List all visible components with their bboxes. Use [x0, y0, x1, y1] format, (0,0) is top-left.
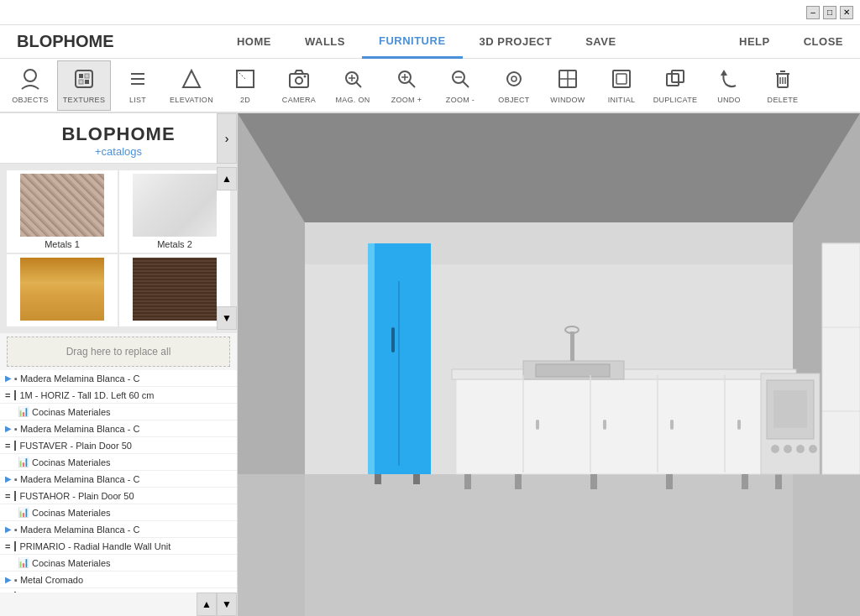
list-item[interactable]: = PRIMARIO - Radial Handle Wall Unit	[0, 538, 237, 555]
bar-icon: 📊	[18, 406, 29, 417]
grid-scroll-down[interactable]: ▼	[217, 306, 237, 330]
tool-elevation[interactable]: ELEVATION	[165, 60, 218, 111]
svg-rect-79	[773, 390, 807, 428]
tool-window[interactable]: WINDOW	[541, 60, 595, 111]
tool-textures[interactable]: TEXTURES	[57, 60, 111, 111]
tool-objects[interactable]: OBJECTS	[3, 60, 57, 111]
svg-rect-60	[536, 364, 610, 377]
svg-rect-33	[616, 74, 627, 84]
list-item[interactable]: 📊 Cocinas Materiales	[0, 454, 237, 471]
texture-metals1[interactable]: Metals 1	[7, 170, 118, 253]
tool-2d[interactable]: 2D	[218, 60, 272, 111]
list-item[interactable]: = FUSTAHOR - Plain Door 50	[0, 488, 237, 504]
object-icon	[502, 67, 526, 94]
list-scroll-down-button[interactable]: ▼	[217, 593, 237, 616]
svg-rect-56	[413, 474, 420, 484]
svg-rect-55	[375, 474, 381, 484]
title-bar: – □ ✕	[0, 0, 860, 25]
nav-home[interactable]: HOME	[220, 25, 288, 59]
nav-walls[interactable]: WALLS	[288, 25, 362, 59]
drag-replace-area[interactable]: Drag here to replace all	[7, 337, 230, 367]
list-item[interactable]: ▶ ▪ Madera Melamina Blanca - C	[0, 521, 237, 538]
list-item[interactable]: = 1M - HORIZ - Tall 1D. Left 60 cm	[0, 387, 237, 404]
list-item[interactable]: 📊 Cocinas Materiales	[0, 504, 237, 521]
tool-initial[interactable]: INITIAL	[595, 60, 648, 111]
tool-mag-on[interactable]: MAG. ON	[326, 60, 380, 111]
svg-rect-73	[590, 474, 597, 489]
svg-rect-67	[536, 420, 539, 430]
catalogs-button[interactable]: +catalogs	[0, 145, 237, 158]
camera-icon	[287, 67, 311, 94]
list-item[interactable]: ▶ ▪ Madera Melamina Blanca - C	[0, 370, 237, 387]
svg-line-12	[237, 70, 245, 79]
svg-rect-43	[238, 113, 860, 222]
play-icon: ▶	[5, 474, 12, 483]
tool-zoom-plus[interactable]: ZOOM +	[380, 60, 433, 111]
nav-furniture[interactable]: FURNITURE	[362, 25, 463, 59]
play-icon: ▶	[5, 525, 12, 534]
svg-rect-4	[79, 80, 83, 84]
play-icon: ▶	[5, 424, 12, 433]
cube-icon: ▪	[14, 373, 18, 384]
list-item[interactable]: ▶ ▪ Madera Melamina Blanca - C	[0, 420, 237, 437]
svg-marker-48	[238, 474, 860, 616]
3d-viewport[interactable]	[238, 113, 860, 616]
left-panel: BLOPHOME +catalogs › Metals 1 Metals 2	[0, 113, 238, 616]
grid-scroll-up[interactable]: ▲	[217, 167, 237, 191]
separator-icon: =	[5, 491, 10, 501]
texture-grid: Metals 1 Metals 2 ▲ ▼	[0, 164, 237, 333]
nav-save[interactable]: SAVE	[569, 25, 632, 59]
svg-marker-50	[793, 474, 860, 616]
list-item[interactable]: ▶ ▪ Madera Melamina Blanca - C	[0, 471, 237, 488]
tool-delete[interactable]: DELETE	[756, 60, 810, 111]
play-icon: ▶	[5, 373, 12, 383]
app-logo: BLOPHOME	[0, 32, 131, 51]
delete-icon	[771, 67, 794, 94]
tool-camera[interactable]: CAMERA	[272, 60, 326, 111]
duplicate-icon	[663, 67, 687, 94]
svg-point-14	[296, 77, 302, 84]
svg-rect-61	[570, 331, 574, 361]
tool-object[interactable]: OBJECT	[487, 60, 541, 111]
svg-rect-84	[822, 243, 860, 474]
nav-close[interactable]: CLOSE	[787, 25, 860, 59]
svg-rect-72	[515, 474, 522, 489]
nav-items: HOME WALLS FURNITURE 3D PROJECT SAVE	[131, 25, 722, 59]
svg-rect-71	[464, 474, 471, 489]
minimize-button[interactable]: –	[806, 6, 820, 19]
svg-rect-70	[737, 420, 741, 430]
texture-dark1[interactable]	[119, 254, 230, 326]
list-scroll-up-button[interactable]: ▲	[197, 593, 217, 616]
list-item[interactable]: ▶ ▪ Metal Cromado	[0, 572, 237, 588]
list-item[interactable]: = FUSTAVER - Plain Door 50	[0, 437, 237, 454]
list-item[interactable]: 📊 Cocinas Materiales	[0, 555, 237, 572]
svg-rect-2	[79, 74, 83, 78]
tool-zoom-minus[interactable]: ZOOM -	[433, 60, 487, 111]
list-icon	[126, 67, 149, 94]
nav-3dproject[interactable]: 3D PROJECT	[463, 25, 569, 59]
mag-on-icon	[341, 67, 364, 94]
tool-duplicate[interactable]: DUPLICATE	[648, 60, 702, 111]
initial-icon	[610, 67, 633, 94]
svg-point-81	[784, 445, 792, 453]
svg-rect-76	[775, 474, 782, 489]
close-window-button[interactable]: ✕	[840, 6, 853, 19]
nav-help[interactable]: HELP	[722, 25, 787, 59]
navbar: BLOPHOME HOME WALLS FURNITURE 3D PROJECT…	[0, 25, 860, 59]
cube-icon: ▪	[14, 424, 18, 434]
svg-rect-75	[742, 474, 748, 489]
panel-expand-button[interactable]: ›	[217, 113, 237, 164]
texture-metals2[interactable]: Metals 2	[119, 170, 230, 253]
svg-point-28	[511, 76, 517, 81]
svg-rect-74	[666, 474, 673, 489]
textures-icon	[72, 67, 96, 94]
texture-label-metals2: Metals 2	[157, 239, 192, 249]
maximize-button[interactable]: □	[823, 6, 836, 19]
texture-wood1[interactable]	[7, 254, 118, 326]
tool-list[interactable]: LIST	[111, 60, 165, 111]
list-item[interactable]: 📊 Cocinas Materiales	[0, 404, 237, 420]
scene-svg	[238, 113, 860, 616]
tool-undo[interactable]: UNDO	[702, 60, 756, 111]
separator-icon: =	[5, 390, 10, 400]
bar-icon: 📊	[18, 457, 29, 467]
